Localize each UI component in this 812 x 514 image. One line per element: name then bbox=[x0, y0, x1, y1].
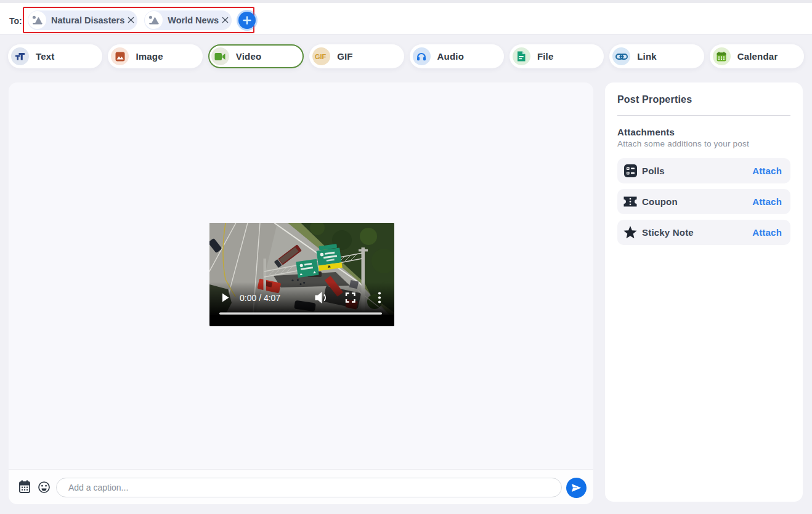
svg-text:GIF: GIF bbox=[315, 53, 327, 60]
svg-text:0:00 / 4:07: 0:00 / 4:07 bbox=[240, 293, 280, 303]
